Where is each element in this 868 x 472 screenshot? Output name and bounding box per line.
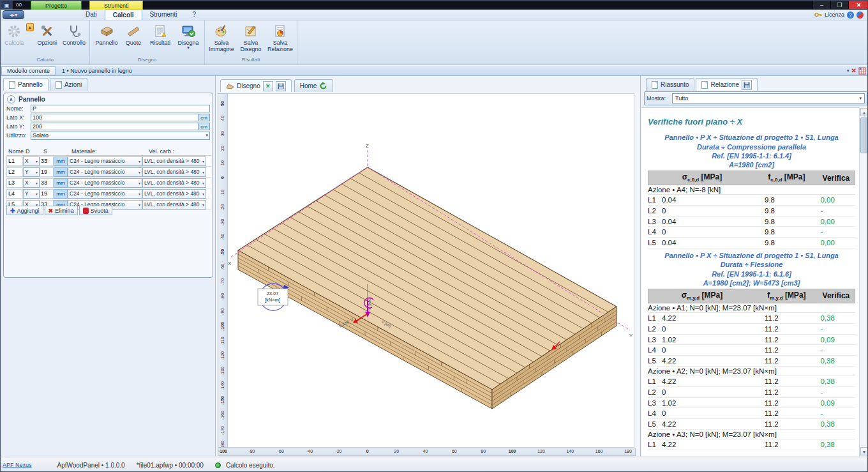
apf-nexus-link[interactable]: APF Nexus [3, 462, 32, 468]
context-tab-progetto[interactable]: Progetto [31, 1, 82, 10]
verification-row: L10.049.80,00 [648, 195, 855, 206]
tab-dati[interactable]: Dati [78, 10, 105, 20]
layer-thickness-input[interactable] [40, 178, 54, 188]
close-button[interactable]: ✕ [848, 1, 868, 9]
layer-charring-select[interactable]: LVL, con densità > 480▾ [142, 156, 206, 166]
minimize-button[interactable]: – [812, 1, 830, 9]
layer-material-select[interactable]: C24 - Legno massiccio▾ [68, 167, 142, 177]
v-ruler-tick: -20 [220, 202, 227, 213]
tab-calcoli[interactable]: Calcoli [105, 10, 142, 20]
layer-material-select[interactable]: C24 - Legno massiccio▾ [68, 156, 142, 166]
latox-input[interactable] [31, 114, 198, 121]
salva-immagine-button[interactable]: Salva Immagine [207, 22, 236, 52]
fit-view-button[interactable]: ✳ [263, 81, 273, 91]
draw-tab-icon [226, 82, 234, 89]
opzioni-button[interactable]: Opzioni [34, 22, 61, 46]
v-ruler-tick: -70 [220, 277, 227, 287]
quote-button[interactable]: Quote [121, 22, 146, 46]
nome-input[interactable] [31, 105, 210, 112]
layer-name-input[interactable] [6, 167, 23, 177]
scroll-up-icon[interactable]: ▲ [860, 108, 868, 116]
chevron-down-icon: ▾ [202, 170, 204, 174]
tab-strumenti[interactable]: Strumenti [142, 10, 185, 20]
ribbon-group-risultati: Salva Immagine Salva Disegno Salva Relaz… [205, 20, 297, 65]
layer-thickness-input[interactable] [40, 156, 54, 166]
layer-direction-select[interactable]: Y▾ [23, 189, 40, 199]
drawing-canvas[interactable]: Z X Y -8 [kN] [228, 93, 634, 448]
tab-riassunto[interactable]: Riassunto [646, 78, 694, 91]
layer-direction-select[interactable]: X▾ [23, 156, 40, 166]
close-model-icon[interactable]: ✕ [851, 67, 857, 74]
info-icon[interactable] [857, 11, 864, 19]
salva-disegno-button[interactable]: Salva Disegno [236, 22, 266, 52]
maximize-button[interactable]: ❐ [830, 1, 848, 9]
report-tab-icon [701, 81, 708, 89]
controllo-button[interactable]: Controllo [61, 22, 87, 46]
collapse-icon[interactable]: ∧ [7, 95, 15, 103]
grid-icon[interactable] [858, 67, 866, 75]
tab-pannello[interactable]: Pannello [3, 78, 49, 91]
v-ruler-tick: -130 [220, 366, 227, 376]
layer-charring-select[interactable]: LVL, con densità > 480▾ [142, 189, 206, 199]
tab-help[interactable]: ? [184, 10, 204, 20]
scrollbar-thumb[interactable] [860, 118, 868, 153]
mostra-select[interactable]: Tutto ▾ [672, 93, 865, 103]
v-ruler-tick: -140 [220, 381, 227, 391]
layer-material-select[interactable]: C24 - Legno massiccio▾ [68, 178, 142, 188]
layers-table: Nome D S Materiale: Vel. carb.: X▾mmC24 … [6, 147, 211, 210]
layer-row-L4: Y▾mmC24 - Legno massiccio▾LVL, con densi… [6, 188, 211, 199]
h-ruler-tick: -100 [218, 449, 232, 453]
layer-name-input[interactable] [6, 156, 23, 166]
pannello-button[interactable]: Pannello [92, 22, 121, 46]
pannello-groupbox: ∧ Pannello Nome: Lato X: cm Lato Y: cm [3, 93, 213, 278]
tab-relazione[interactable]: Relazione [696, 78, 757, 91]
layer-charring-select[interactable]: LVL, con densità > 480▾ [142, 178, 206, 188]
verification-row: L31.0211.20,09 [648, 335, 855, 346]
risultati-button[interactable]: Risultati [146, 22, 175, 46]
layer-name-input[interactable] [6, 189, 23, 199]
svuota-button[interactable]: Svuota [79, 206, 112, 215]
save-report-button[interactable] [742, 80, 752, 90]
verification-table-header: σm,y,d [MPa]fm,y,d [MPa]Verifica [648, 289, 855, 303]
app-icon[interactable]: ▣ [1, 1, 13, 10]
report-view[interactable]: Verifiche fuori piano ÷ XPannello • P X … [641, 107, 859, 456]
scroll-down-icon[interactable]: ▼ [860, 447, 868, 455]
save-view-button[interactable] [276, 81, 286, 91]
layer-direction-select[interactable]: Y▾ [23, 167, 40, 177]
licenza-button[interactable]: Licenza [825, 11, 844, 18]
tab-home-view[interactable]: Home [294, 79, 334, 92]
layer-charring-select[interactable]: LVL, con densità > 480▾ [142, 200, 206, 209]
disegna-dropdown-caret[interactable]: ▾ [187, 46, 190, 50]
chevron-down-icon[interactable]: ▾ [847, 68, 849, 73]
elimina-button[interactable]: ✖ Elimina [45, 206, 78, 215]
calcola-button[interactable]: Calcola [3, 22, 26, 46]
file-orb-button[interactable]: ◂▸▾ [3, 10, 24, 19]
apply-options-button[interactable]: ▴ [26, 23, 34, 31]
layer-thickness-unit: mm [54, 178, 68, 188]
context-tab-strumenti[interactable]: Strumenti [89, 1, 144, 10]
report-scrollbar[interactable]: ▲ ▼ [859, 107, 868, 456]
aggiungi-button[interactable]: ✚ Aggiungi [6, 206, 43, 215]
latoy-input[interactable] [31, 123, 198, 130]
h-ruler-tick: 140 [560, 449, 580, 453]
layer-material-select[interactable]: C24 - Legno massiccio▾ [68, 189, 142, 199]
disegna-button[interactable]: Disegna ▾ [175, 22, 202, 50]
layer-direction-select[interactable]: X▾ [23, 178, 40, 188]
tab-azioni[interactable]: Azioni [50, 78, 87, 91]
strength-column-header: fc,0,d [MPa] [756, 172, 818, 183]
utilizzo-select[interactable]: Solaio▾ [31, 132, 210, 140]
layer-name-input[interactable] [6, 178, 23, 188]
verification-row: L50.049.80,00 [648, 238, 855, 248]
layer-thickness-input[interactable] [40, 189, 54, 199]
layer-thickness-input[interactable] [40, 167, 54, 177]
layer-charring-select[interactable]: LVL, con densità > 480▾ [142, 167, 206, 177]
z-axis-label: Z [366, 143, 369, 149]
azione-row: Azione • A4; N=-8 [kN] [648, 185, 855, 195]
v-ruler-tick: -50 [220, 247, 227, 257]
current-model-value[interactable]: 1 • Nuovo pannello in legno [56, 68, 138, 74]
salva-relazione-button[interactable]: Salva Relazione [266, 22, 295, 52]
tab-disegno[interactable]: Disegno ✳ [220, 79, 292, 92]
latoy-label: Lato Y: [6, 123, 31, 130]
h-ruler-tick: -80 [242, 449, 261, 453]
help-icon[interactable]: ? [847, 11, 854, 19]
